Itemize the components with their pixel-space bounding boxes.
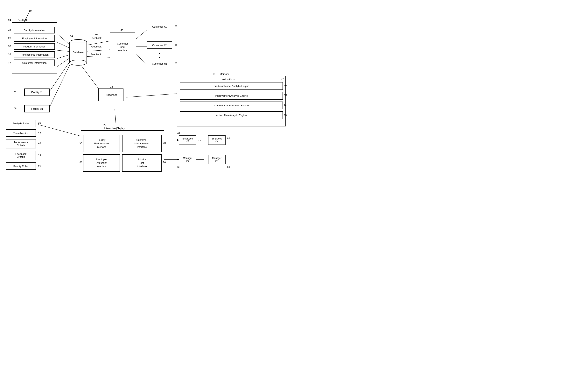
priority-list-iface-box: Priority List Interface [122, 154, 162, 172]
employee-info-box: Employee Information [14, 35, 55, 42]
ref20: 20 [38, 121, 41, 124]
improvement-engine-box: Improvement Analytic Engine [180, 92, 283, 99]
ref36: 36 [95, 33, 98, 36]
customer-alert-engine-box: Customer Alert Analytic Engine [180, 101, 283, 109]
svg-line-8 [136, 29, 148, 39]
ref52: 52 [284, 84, 287, 87]
svg-line-15 [126, 93, 181, 97]
feedback-criteria-label: Feedback Criteria [15, 152, 26, 158]
ref12: 12 [110, 85, 113, 88]
customer-alert-engine-label: Customer Alert Analytic Engine [214, 104, 249, 107]
ref44: 44 [38, 131, 41, 134]
ref48: 48 [38, 153, 41, 156]
facilityN-box: Facility #N [24, 105, 49, 112]
customer2-box: Customer #2 [147, 42, 172, 49]
ref60b: 60 [227, 166, 230, 168]
ref42: 42 [281, 78, 284, 81]
ref40: 40 [121, 29, 123, 32]
ref10: 10 [29, 9, 32, 12]
manager2-box: Manager #2 [179, 155, 196, 164]
ref38b: 38 [175, 43, 177, 46]
customer1-box: Customer #1 [147, 23, 172, 30]
team-metrics-label: Team Metrics [13, 132, 28, 135]
ref38c: 38 [175, 62, 177, 65]
processor-label: Processor [105, 93, 117, 97]
ref62a: 62 [177, 132, 180, 135]
facilityN-label: Facility #N [31, 107, 43, 110]
svg-line-7 [84, 56, 111, 57]
ref26: 26 [8, 28, 11, 31]
svg-line-10 [136, 54, 148, 65]
customer1-label: Customer #1 [152, 25, 167, 28]
ref60a: 60 [177, 166, 180, 168]
action-plan-engine-label: Action Plan Analytic Engine [216, 114, 247, 117]
customer-input-label: Customer Input Interface [117, 42, 128, 52]
ref68: 68 [163, 142, 166, 144]
analysis-rules-box: Analysis Rules [6, 120, 36, 127]
ref14: 14 [70, 35, 73, 38]
svg-point-26 [70, 60, 87, 65]
facility2-box: Facility #2 [24, 89, 49, 96]
employee-eval-iface-box: Employee Evaluation Interface [83, 154, 120, 172]
customer-info-box: Customer Information [14, 59, 55, 66]
ref50: 50 [38, 164, 41, 167]
facility-perf-iface-box: Facility Performance Interface [83, 135, 120, 152]
ref24a: 24 [8, 19, 11, 22]
team-metrics-box: Team Metrics [6, 129, 36, 137]
diagram: 10 Facility #1 24 Facility Information 2… [0, 0, 294, 195]
customer-dots: •• [159, 51, 160, 60]
ref24c: 24 [14, 107, 16, 109]
customer-mgmt-iface-label: Customer Management Interface [135, 138, 149, 149]
facility-perf-iface-label: Facility Performance Interface [94, 138, 109, 149]
product-info-label: Product Information [23, 45, 45, 48]
customer-input-box: Customer Input Interface [110, 32, 135, 62]
customerN-box: Customer #N [147, 60, 172, 67]
interactive-display-label: Interactive Display [104, 127, 125, 130]
ref28: 28 [8, 37, 11, 40]
ref58: 58 [284, 113, 287, 116]
priority-rules-label: Priority Rules [13, 165, 28, 168]
predictor-engine-box: Predictor Model Analytic Engine [180, 82, 283, 90]
ref70: 70 [163, 161, 166, 164]
ref62b: 62 [227, 137, 230, 140]
feedback-criteria-box: Feedback Criteria [6, 151, 36, 160]
employee-eval-iface-label: Employee Evaluation Interface [96, 158, 107, 168]
predictor-engine-label: Predictor Model Analytic Engine [214, 85, 249, 88]
customer2-label: Customer #2 [152, 44, 167, 47]
customerN-label: Customer #N [152, 62, 167, 65]
employeeN-label: Employee #N [212, 137, 222, 143]
improvement-engine-label: Improvement Analytic Engine [215, 94, 248, 97]
employeeN-box: Employee #N [208, 135, 226, 145]
ref32: 32 [8, 53, 11, 56]
managerN-label: Manager #N [212, 157, 221, 162]
performance-criteria-label: Performance Criteria [14, 141, 28, 147]
ref30: 30 [8, 45, 11, 48]
priority-rules-box: Priority Rules [6, 162, 36, 170]
instructions-label: Instructions [222, 78, 234, 81]
facility1-label: Facility #1 [17, 19, 29, 22]
product-info-box: Product Information [14, 43, 55, 50]
action-plan-engine-box: Action Plan Analytic Engine [180, 111, 283, 119]
manager-dots: ... [198, 157, 203, 161]
memory-label: Memory [220, 73, 229, 75]
customer-mgmt-iface-box: Customer Management Interface [122, 135, 162, 152]
managerN-box: Manager #N [208, 155, 226, 164]
facility2-label: Facility #2 [31, 91, 43, 94]
ref46: 46 [38, 142, 41, 145]
facility-info-label: Facility Information [24, 29, 45, 32]
ref22: 22 [103, 124, 106, 126]
priority-list-iface-label: Priority List Interface [137, 158, 147, 168]
processor-box: Processor [98, 89, 124, 101]
employee-dots: ... [198, 138, 203, 142]
feedback2-label: Feedback [90, 45, 101, 48]
performance-criteria-box: Performance Criteria [6, 139, 36, 148]
ref66: 66 [80, 161, 82, 164]
analysis-rules-label: Analysis Rules [13, 122, 29, 125]
employee-info-label: Employee Information [22, 37, 47, 40]
employee2-box: Employee #2 [179, 135, 196, 145]
customer-info-label: Customer Information [22, 61, 47, 64]
database-cylinder: Database [69, 38, 88, 66]
feedback1-label: Feedback [90, 37, 101, 40]
transactional-info-box: Transactional Information [14, 51, 55, 58]
ref24b: 24 [14, 90, 16, 93]
